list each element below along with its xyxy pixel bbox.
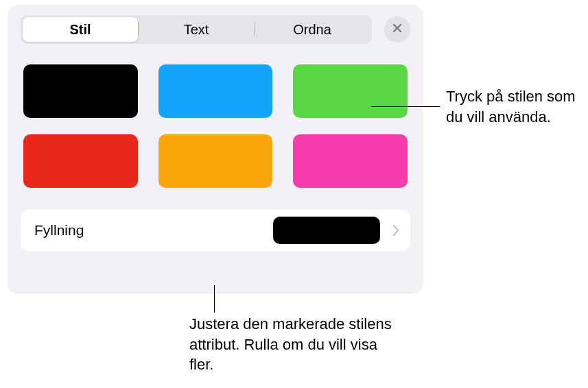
callout-bottom-text: Justera den markerade stilens attribut. … — [189, 315, 392, 373]
style-swatch-red[interactable] — [23, 134, 138, 188]
close-icon — [392, 23, 403, 36]
style-swatch-green[interactable] — [293, 64, 408, 118]
close-button[interactable] — [384, 16, 410, 43]
fill-row[interactable]: Fyllning — [21, 210, 410, 251]
fill-color-swatch[interactable] — [273, 217, 380, 244]
style-swatch-orange[interactable] — [158, 134, 273, 188]
tab-ordna[interactable]: Ordna — [255, 17, 370, 42]
style-swatch-pink[interactable] — [293, 134, 408, 188]
format-panel: Stil Text Ordna Fyllning — [8, 5, 423, 293]
segmented-control: Stil Text Ordna — [21, 15, 372, 44]
style-swatch-blue[interactable] — [158, 64, 273, 118]
callout-top-text: Tryck på stilen som du vill använda. — [446, 88, 576, 125]
tab-stil-label: Stil — [69, 22, 91, 38]
tab-text-label: Text — [184, 22, 209, 38]
style-swatch-black[interactable] — [23, 64, 138, 118]
tab-stil[interactable]: Stil — [23, 17, 138, 42]
callout-bottom: Justera den markerade stilens attribut. … — [189, 314, 395, 375]
tab-text[interactable]: Text — [139, 17, 254, 42]
callout-top: Tryck på stilen som du vill använda. — [446, 86, 583, 127]
callout-line-bottom — [214, 285, 215, 313]
panel-header: Stil Text Ordna — [21, 15, 410, 44]
chevron-right-icon — [388, 223, 403, 237]
style-swatch-grid — [21, 60, 410, 188]
tab-ordna-label: Ordna — [293, 22, 331, 38]
callout-line-top — [371, 106, 440, 107]
fill-label: Fyllning — [34, 222, 265, 239]
